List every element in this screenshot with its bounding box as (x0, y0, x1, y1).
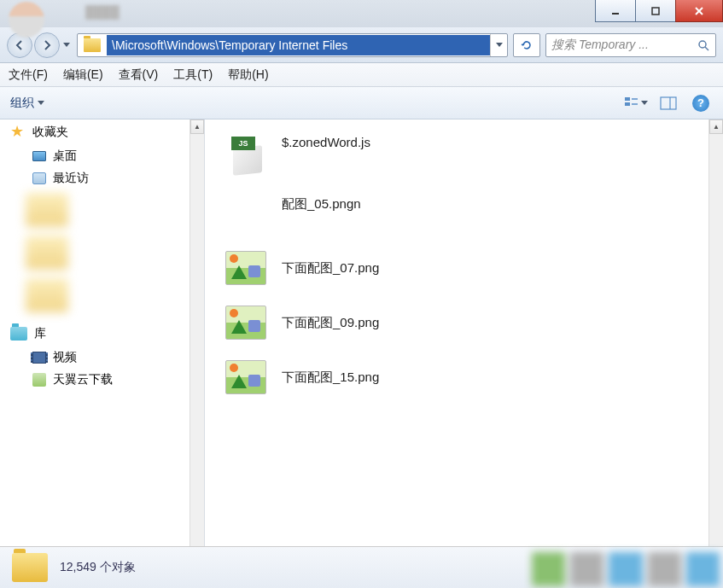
svg-point-4 (699, 41, 706, 48)
file-name: $.zonedWord.js (282, 135, 370, 149)
svg-rect-10 (661, 97, 676, 109)
address-bar[interactable]: \Microsoft\Windows\Temporary Internet Fi… (77, 33, 508, 57)
file-item[interactable]: 下面配图_07.png (222, 241, 706, 295)
sidebar-item-label: 桌面 (53, 148, 77, 164)
forward-button[interactable] (34, 32, 60, 58)
sidebar-item-recent[interactable]: 最近访 (0, 167, 204, 189)
main-area: ▲ 收藏夹 桌面 最近访 库 视频 天翼云下载 (0, 119, 723, 547)
address-dropdown[interactable] (490, 34, 507, 56)
svg-rect-1 (652, 8, 659, 15)
favorites-star-icon (10, 125, 26, 140)
libraries-label: 库 (34, 326, 46, 341)
image-file-icon (225, 251, 266, 285)
help-button[interactable]: ? (689, 93, 713, 114)
menu-help[interactable]: 帮助(H) (228, 67, 268, 83)
file-name: 下面配图_09.png (282, 315, 379, 331)
window-title-blurred: ████ (85, 5, 120, 19)
sidebar-item-label: 最近访 (53, 171, 89, 186)
content-scrollbar[interactable]: ▲ (708, 119, 723, 546)
user-avatar (9, 2, 44, 38)
forward-arrow-icon (41, 39, 53, 51)
js-file-icon: JS (226, 137, 265, 174)
nav-bar: \Microsoft\Windows\Temporary Internet Fi… (0, 27, 723, 63)
file-item[interactable]: 下面配图_15.png (222, 350, 706, 405)
search-box[interactable]: 搜索 Temporary ... (545, 33, 716, 57)
chevron-down-icon (63, 43, 70, 47)
svg-rect-6 (625, 97, 630, 101)
view-options-icon (624, 96, 639, 110)
file-icon (222, 247, 270, 288)
search-placeholder: 搜索 Temporary ... (551, 38, 697, 53)
minimize-button[interactable] (595, 0, 636, 22)
address-folder-icon (81, 36, 103, 55)
file-name: 下面配图_07.png (282, 260, 379, 277)
help-icon: ? (692, 95, 709, 112)
sidebar-item-desktop[interactable]: 桌面 (0, 145, 204, 167)
menu-tools[interactable]: 工具(T) (173, 67, 213, 83)
status-folder-icon (12, 553, 48, 582)
status-count: 12,549 个对象 (60, 560, 136, 575)
file-name: 配图_05.pngn (282, 191, 361, 212)
file-name: 下面配图_15.png (282, 370, 379, 386)
file-item[interactable]: 配图_05.pngn (222, 184, 706, 241)
organize-button[interactable]: 组织 (10, 96, 44, 111)
sidebar-item-videos[interactable]: 视频 (0, 346, 204, 369)
file-icon (222, 302, 270, 343)
image-file-icon (225, 360, 266, 394)
svg-line-5 (705, 47, 708, 50)
preview-pane-button[interactable] (656, 93, 680, 114)
image-file-icon (225, 306, 266, 340)
refresh-icon (520, 38, 534, 52)
sidebar-scrollbar[interactable]: ▲ (189, 119, 204, 546)
svg-rect-7 (625, 102, 630, 106)
menu-view[interactable]: 查看(V) (119, 67, 159, 83)
status-blurred-area (532, 552, 720, 586)
recent-places-icon (32, 172, 46, 184)
chevron-down-icon (496, 43, 503, 47)
chevron-down-icon (641, 101, 648, 105)
file-item[interactable]: JS $.zonedWord.js (222, 128, 706, 184)
view-options-button[interactable] (624, 93, 648, 114)
scroll-up-button[interactable]: ▲ (190, 119, 204, 134)
sidebar-libraries-header[interactable]: 库 (0, 321, 204, 346)
back-arrow-icon (14, 39, 26, 51)
close-button[interactable] (675, 0, 723, 22)
minimize-icon (610, 6, 621, 16)
maximize-icon (650, 6, 661, 16)
file-icon: JS (222, 135, 270, 176)
title-bar: ████ (0, 0, 723, 27)
search-icon (697, 38, 710, 52)
desktop-icon (32, 151, 46, 161)
refresh-button[interactable] (513, 33, 540, 57)
nav-arrows (7, 32, 72, 58)
organize-label: 组织 (10, 96, 34, 111)
libraries-icon (10, 327, 27, 341)
preview-pane-icon (660, 96, 677, 110)
menu-file[interactable]: 文件(F) (9, 67, 48, 83)
sidebar: ▲ 收藏夹 桌面 最近访 库 视频 天翼云下载 (0, 119, 205, 546)
favorites-label: 收藏夹 (32, 125, 68, 140)
nav-history-dropdown[interactable] (61, 32, 72, 58)
menu-bar: 文件(F) 编辑(E) 查看(V) 工具(T) 帮助(H) (0, 63, 723, 87)
file-icon (222, 357, 270, 398)
video-icon (32, 352, 46, 364)
status-bar: 12,549 个对象 (0, 547, 723, 588)
sidebar-item-tianyi-download[interactable]: 天翼云下载 (0, 369, 204, 391)
menu-edit[interactable]: 编辑(E) (63, 67, 103, 83)
sidebar-blurred-items (26, 193, 187, 312)
file-content-pane: ▲ JS $.zonedWord.js 配图_05.pngn 下面配图_07.p… (205, 119, 723, 546)
sidebar-item-label: 天翼云下载 (53, 372, 113, 387)
maximize-button[interactable] (635, 0, 676, 22)
sidebar-favorites-header[interactable]: 收藏夹 (0, 119, 204, 145)
close-icon (693, 5, 705, 17)
window-controls (596, 0, 723, 27)
file-item[interactable]: 下面配图_09.png (222, 295, 706, 350)
file-icon (222, 191, 270, 232)
sidebar-item-label: 视频 (53, 350, 77, 365)
toolbar: 组织 ? (0, 87, 723, 119)
file-list: JS $.zonedWord.js 配图_05.pngn 下面配图_07.png (205, 119, 723, 413)
scroll-up-button[interactable]: ▲ (709, 119, 723, 134)
chevron-down-icon (38, 101, 44, 105)
download-icon (32, 373, 46, 387)
address-path[interactable]: \Microsoft\Windows\Temporary Internet Fi… (107, 35, 490, 55)
